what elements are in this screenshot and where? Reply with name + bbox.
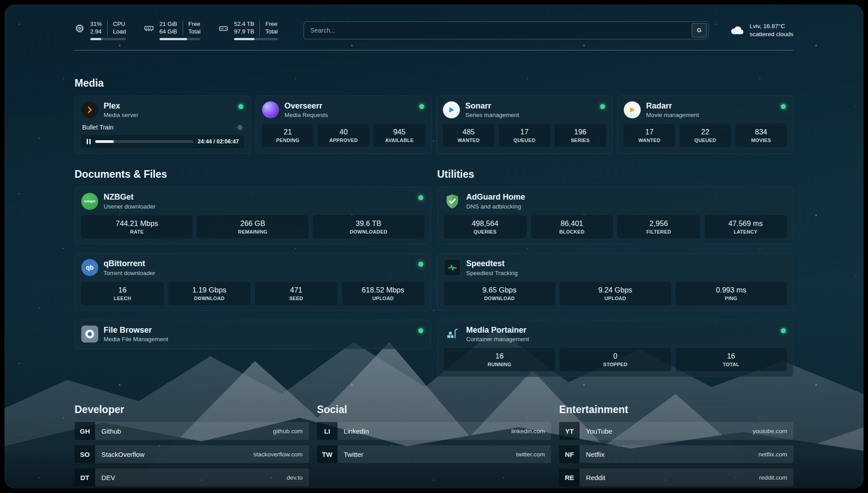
memory-progressbar	[159, 38, 200, 40]
stat-label: DOWNLOAD	[170, 296, 249, 301]
stat-label: AVAILABLE	[376, 138, 423, 143]
metric-memory: 21 GiB 64 GiB Free Total	[144, 21, 200, 40]
service-card-nzbget[interactable]: nzbget NZBGet Usenet downloader 744.21 M…	[75, 187, 431, 244]
stat-downloaded: 39.6 TB DOWNLOADED	[313, 215, 424, 238]
system-metrics: 31% 2.94 CPU Load	[75, 21, 278, 40]
stat-value: 39.6 TB	[315, 219, 422, 228]
now-playing-title: Bullet Train	[82, 124, 113, 131]
stat-label: PENDING	[264, 138, 312, 143]
service-name: Media Portainer	[466, 326, 529, 335]
service-subtitle: Media File Management	[104, 336, 168, 343]
search-input[interactable]	[310, 27, 692, 34]
stat-value: 16	[446, 352, 553, 360]
bookmark-stackoverflow[interactable]: SO StackOverflow stackoverflow.com	[75, 445, 309, 463]
bookmark-abbr: NF	[559, 445, 580, 463]
service-subtitle: Media server	[104, 112, 138, 118]
stat-value: 47.569 ms	[706, 219, 785, 228]
stat-value: 945	[376, 128, 423, 136]
section-title-social: Social	[317, 404, 551, 416]
service-subtitle: Torrent downloader	[104, 270, 155, 276]
service-card-adguard[interactable]: AdGuard Home DNS and adblocking 498,564 …	[437, 187, 793, 244]
bookmark-name: StackOverflow	[101, 451, 145, 458]
status-dot	[418, 328, 423, 333]
service-name: AdGuard Home	[466, 192, 525, 202]
weather-widget: Lviv, 16.87°C scattered clouds	[729, 22, 793, 38]
service-name: Plex	[104, 101, 138, 111]
service-card-speedtest[interactable]: Speedtest Speedtest Tracking 9.65 Gbps D…	[437, 253, 793, 311]
service-subtitle: Usenet downloader	[104, 203, 155, 210]
service-card-overseerr[interactable]: Overseerr Media Requests 21 PENDING 40 A…	[255, 96, 432, 155]
bookmark-abbr: LI	[317, 422, 338, 440]
memory-label2: Total	[188, 28, 200, 36]
service-name: Overseerr	[284, 101, 328, 111]
documents-column: nzbget NZBGet Usenet downloader 744.21 M…	[75, 187, 431, 349]
stat-value: 2,956	[619, 219, 698, 228]
bookmark-abbr: GH	[75, 422, 95, 440]
service-name: qBittorrent	[104, 259, 155, 269]
stat-label: STOPPED	[561, 362, 669, 367]
bookmark-netflix[interactable]: NF Netflix netflix.com	[559, 445, 793, 463]
bookmark-dev[interactable]: DT DEV dev.to	[75, 468, 309, 486]
playback-progressbar[interactable]	[95, 140, 193, 143]
stat-value: 86,401	[533, 219, 612, 228]
stat-value: 266 GB	[199, 219, 306, 228]
stat-value: 0	[561, 352, 669, 360]
metric-cpu: 31% 2.94 CPU Load	[75, 21, 126, 40]
stat-download: 9.65 Gbps DOWNLOAD	[444, 282, 555, 305]
bookmarks-developer: Developer GH Github github.com SO StackO…	[75, 404, 309, 489]
bookmark-name: Twitter	[344, 451, 363, 458]
bookmark-linkedin[interactable]: LI LinkedIn linkedin.com	[317, 422, 551, 440]
service-subtitle: Series management	[465, 112, 519, 118]
bookmark-github[interactable]: GH Github github.com	[75, 422, 309, 440]
stat-running: 16 RUNNING	[444, 348, 555, 371]
disk-label2: Total	[265, 28, 277, 36]
section-title-documents: Documents & Files	[75, 168, 431, 180]
stat-upload: 618.52 Mbps UPLOAD	[342, 282, 425, 305]
bookmark-abbr: RE	[559, 468, 580, 486]
bookmark-url: netflix.com	[758, 451, 787, 458]
stat-wanted: 485 WANTED	[443, 124, 494, 147]
stat-value: 9.65 Gbps	[446, 286, 553, 294]
service-card-filebrowser[interactable]: File Browser Media File Management	[75, 320, 431, 350]
weather-location: Lviv, 16.87°C	[750, 22, 793, 30]
playback-time: 24:44 / 02:06:47	[198, 138, 239, 145]
disk-total: 97.9 TB	[234, 28, 254, 36]
cpu-progressbar	[90, 38, 126, 40]
service-card-radarr[interactable]: Radarr Movie management 17 WANTED 22 QUE…	[617, 96, 793, 155]
bookmark-name: YouTube	[586, 427, 612, 435]
pause-button[interactable]	[87, 139, 91, 144]
stat-label: TOTAL	[677, 362, 785, 367]
service-subtitle: Media Requests	[284, 112, 328, 118]
stat-value: 485	[445, 128, 492, 136]
service-card-sonarr[interactable]: Sonarr Series management 485 WANTED 17 Q…	[436, 96, 613, 155]
disk-free: 52.4 TB	[234, 21, 254, 28]
service-name: NZBGet	[104, 192, 155, 202]
bookmark-youtube[interactable]: YT YouTube youtube.com	[559, 422, 793, 440]
bookmark-twitter[interactable]: TW Twitter twitter.com	[317, 445, 551, 463]
progress-fill	[90, 38, 101, 40]
stat-label: MOVIES	[737, 138, 785, 143]
search-provider-button[interactable]: G	[692, 23, 707, 38]
cloud-icon	[729, 23, 745, 38]
progress-fill	[234, 38, 255, 40]
stat-pending: 21 PENDING	[262, 124, 313, 147]
service-card-qbittorrent[interactable]: qb qBittorrent Torrent downloader 16 LEE…	[75, 253, 431, 311]
qbittorrent-icon: qb	[81, 259, 98, 276]
stat-value: 196	[556, 128, 604, 136]
settings-gear-icon[interactable]	[237, 124, 243, 131]
stat-value: 22	[681, 128, 729, 136]
stat-label: SEED	[257, 296, 336, 301]
stat-value: 498,564	[446, 219, 525, 228]
service-card-portainer[interactable]: Media Portainer Container management 16 …	[437, 320, 793, 377]
status-dot	[238, 104, 243, 109]
cpu-label: CPU	[113, 21, 126, 28]
service-card-plex[interactable]: Plex Media server Bullet Train	[75, 96, 251, 155]
bookmark-reddit[interactable]: RE Reddit reddit.com	[559, 468, 793, 486]
header-divider	[75, 50, 793, 50]
status-dot	[419, 104, 424, 109]
stat-queries: 498,564 QUERIES	[444, 215, 526, 238]
stat-label: FILTERED	[619, 229, 698, 234]
stat-total: 16 TOTAL	[676, 348, 787, 371]
stat-value: 40	[320, 128, 367, 136]
stat-label: DOWNLOAD	[446, 296, 553, 301]
